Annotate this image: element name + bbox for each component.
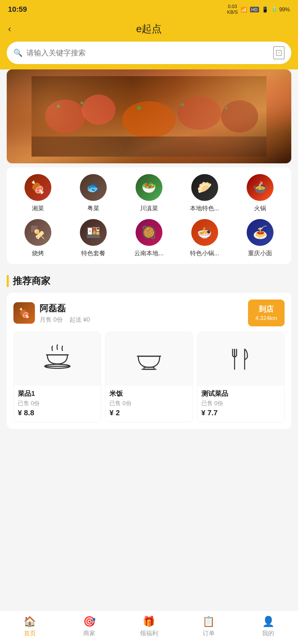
page-title: e起点 — [21, 22, 277, 36]
product-name: 米饭 — [109, 389, 188, 398]
merchant-card[interactable]: 🍖 阿磊磊 月售 0份 起送 ¥0 到店 4.324km — [7, 293, 291, 429]
merchant-header: 🍖 阿磊磊 月售 0份 起送 ¥0 到店 4.324km — [13, 300, 285, 326]
product-sold: 已售 0份 — [109, 399, 188, 407]
product-card-2[interactable]: 测试菜品 已售 0份 ¥ 7.7 — [197, 332, 285, 422]
merchant-meta: 月售 0份 起送 ¥0 — [40, 316, 90, 324]
category-item-1[interactable]: 🍖 湘菜 — [10, 174, 66, 212]
section-header: 推荐商家 — [7, 268, 291, 293]
product-price: ¥ 2 — [109, 409, 188, 417]
merchant-action-label: 到店 — [255, 304, 277, 314]
category-label: 特色套餐 — [81, 249, 105, 257]
category-img: 🍢 — [24, 219, 51, 246]
tab-icon-merchant: 🎯 — [83, 615, 96, 627]
tab-mine[interactable]: 👤 我的 — [251, 615, 285, 637]
category-item-6[interactable]: 🍢 烧烤 — [10, 219, 66, 257]
hd-badge: HD — [250, 7, 259, 12]
tab-label-mine: 我的 — [262, 629, 274, 637]
product-image — [197, 332, 284, 386]
category-label: 川滇菜 — [140, 204, 158, 212]
category-img: 🍝 — [247, 219, 274, 246]
product-card-0[interactable]: 菜品1 已售 0份 ¥ 8.8 — [13, 332, 101, 422]
product-sold: 已售 0份 — [18, 399, 97, 407]
category-img: 🥟 — [191, 174, 218, 201]
network-speed: 0.03KB/S — [227, 4, 238, 15]
category-img: 🥘 — [136, 219, 162, 246]
category-img: 🍲 — [247, 174, 274, 201]
merchant-info: 🍖 阿磊磊 月售 0份 起送 ¥0 — [13, 302, 90, 324]
product-name: 菜品1 — [18, 389, 97, 398]
tab-benefits[interactable]: 🎁 领福利 — [132, 615, 166, 637]
product-image — [14, 332, 101, 386]
category-item-5[interactable]: 🍲 火锅 — [232, 174, 288, 212]
category-label: 本地特色... — [190, 204, 219, 212]
category-img: 🍖 — [24, 174, 51, 201]
wifi-icon: 📶 — [241, 6, 247, 13]
tab-icon-mine: 👤 — [262, 615, 275, 627]
status-time: 10:59 — [8, 5, 27, 14]
product-price: ¥ 7.7 — [201, 409, 280, 417]
tab-bar: 🏠 首页 🎯 商家 🎁 领福利 📋 订单 👤 我的 — [0, 610, 298, 644]
recommend-section: 推荐商家 🍖 阿磊磊 月售 0份 起送 ¥0 — [0, 268, 298, 429]
tab-home[interactable]: 🏠 首页 — [13, 615, 47, 637]
search-input[interactable] — [27, 49, 269, 57]
category-label: 粤菜 — [87, 204, 99, 212]
category-grid: 🍖 湘菜 🐟 粤菜 🥗 川滇菜 🥟 本地特色... 🍲 火锅 — [10, 174, 288, 257]
merchant-avatar: 🍖 — [13, 302, 35, 324]
hero-banner — [7, 69, 291, 163]
category-img: 🍜 — [191, 219, 218, 246]
merchant-details: 阿磊磊 月售 0份 起送 ¥0 — [40, 303, 90, 324]
tab-icon-orders: 📋 — [202, 615, 215, 627]
tab-label-benefits: 领福利 — [140, 629, 158, 637]
status-bar: 10:59 0.03KB/S 📶 HD 📱 🔋 99% — [0, 0, 298, 17]
category-label: 烧烤 — [32, 249, 44, 257]
category-img: 🐟 — [80, 174, 107, 201]
category-label: 特色小锅... — [190, 249, 219, 257]
tab-icon-benefits: 🎁 — [143, 615, 155, 627]
tab-label-merchant: 商家 — [83, 629, 95, 637]
back-button[interactable]: ‹ — [8, 23, 21, 34]
category-label: 火锅 — [254, 204, 266, 212]
category-item-2[interactable]: 🐟 粤菜 — [66, 174, 121, 212]
category-item-9[interactable]: 🍜 特色小锅... — [177, 219, 233, 257]
merchant-distance: 4.324km — [255, 315, 277, 322]
category-item-7[interactable]: 🍱 特色套餐 — [66, 219, 121, 257]
status-icons: 0.03KB/S 📶 HD 📱 🔋 99% — [227, 4, 290, 15]
search-container: 🔍 ⊡ — [0, 42, 298, 69]
product-info: 米饭 已售 0份 ¥ 2 — [105, 386, 192, 422]
tab-merchant[interactable]: 🎯 商家 — [72, 615, 106, 637]
product-info: 测试菜品 已售 0份 ¥ 7.7 — [197, 386, 284, 422]
merchant-action-btn[interactable]: 到店 4.324km — [248, 300, 285, 326]
merchant-name: 阿磊磊 — [40, 303, 90, 314]
product-name: 测试菜品 — [201, 389, 280, 398]
search-icon: 🔍 — [13, 49, 22, 57]
tab-label-home: 首页 — [24, 629, 36, 637]
battery-level: 🔋 99% — [271, 6, 290, 13]
product-grid: 菜品1 已售 0份 ¥ 8.8 米饭 已售 0份 ¥ 2 — [13, 332, 285, 422]
section-bar-decoration — [7, 275, 9, 287]
product-sold: 已售 0份 — [201, 399, 280, 407]
tab-icon-home: 🏠 — [23, 615, 36, 627]
product-image — [105, 332, 192, 386]
category-img: 🥗 — [136, 174, 162, 201]
section-title: 推荐商家 — [13, 275, 50, 287]
hero-image — [7, 69, 291, 163]
product-price: ¥ 8.8 — [18, 409, 97, 417]
search-bar[interactable]: 🔍 ⊡ — [7, 42, 291, 64]
category-img: 🍱 — [80, 219, 107, 246]
category-item-8[interactable]: 🥘 云南本地... — [121, 219, 177, 257]
category-label: 湘菜 — [32, 204, 44, 212]
main-content: 🔍 ⊡ — [0, 42, 298, 488]
tab-label-orders: 订单 — [203, 629, 215, 637]
category-item-3[interactable]: 🥗 川滇菜 — [121, 174, 177, 212]
category-item-4[interactable]: 🥟 本地特色... — [177, 174, 233, 212]
header: ‹ e起点 — [0, 17, 298, 42]
category-label: 云南本地... — [134, 249, 163, 257]
product-info: 菜品1 已售 0份 ¥ 8.8 — [14, 386, 101, 422]
signal-icon: 📱 — [262, 6, 268, 13]
category-item-10[interactable]: 🍝 重庆小面 — [232, 219, 288, 257]
tab-orders[interactable]: 📋 订单 — [192, 615, 226, 637]
category-section: 🍖 湘菜 🐟 粤菜 🥗 川滇菜 🥟 本地特色... 🍲 火锅 — [7, 167, 291, 264]
scan-icon[interactable]: ⊡ — [273, 46, 285, 59]
product-card-1[interactable]: 米饭 已售 0份 ¥ 2 — [105, 332, 193, 422]
category-label: 重庆小面 — [248, 249, 272, 257]
